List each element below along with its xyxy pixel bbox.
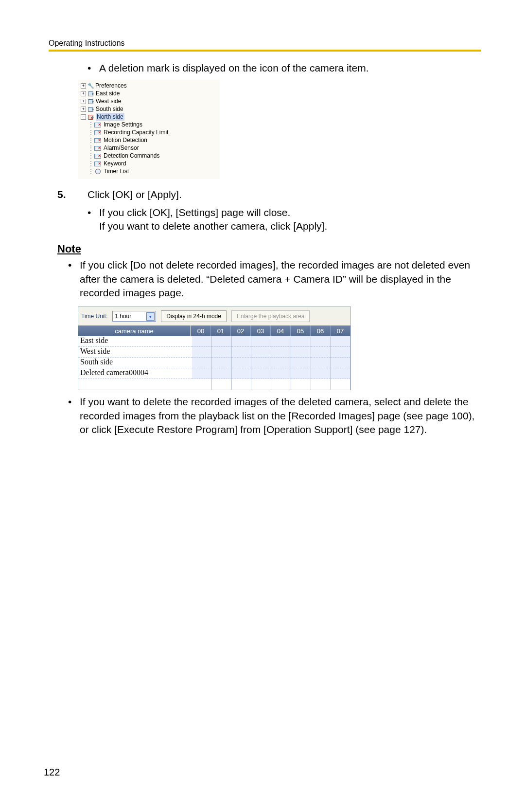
expander-icon: + bbox=[81, 99, 86, 104]
step-number: 5. bbox=[57, 188, 88, 201]
bullet-icon: • bbox=[68, 395, 80, 436]
note-bullet-2: • If you want to delete the recorded ima… bbox=[68, 395, 481, 436]
playback-header: camera name 00 01 02 03 04 05 06 07 bbox=[78, 325, 350, 336]
timer-icon bbox=[94, 168, 102, 174]
tree-child: ⋮ Motion Detection bbox=[81, 136, 217, 144]
tree-child: ⋮ Keyword bbox=[81, 160, 217, 167]
leaf-deleted-icon bbox=[94, 153, 102, 159]
tree-label: Image Settings bbox=[104, 121, 142, 128]
table-row: South side bbox=[78, 358, 350, 368]
bullet-text: If you click [OK], [Settings] page will … bbox=[99, 206, 481, 234]
enlarge-playback-button[interactable]: Enlarge the playback area bbox=[231, 310, 310, 322]
bullet-icon: • bbox=[68, 258, 80, 300]
table-row: East side bbox=[78, 336, 350, 347]
hour-cell: 03 bbox=[251, 325, 271, 336]
note-heading: Note bbox=[57, 243, 481, 255]
tree-node-north: − × North side bbox=[81, 113, 217, 121]
tree-label: Timer List bbox=[104, 167, 129, 175]
display-24h-button[interactable]: Display in 24-h mode bbox=[161, 310, 227, 322]
bullet-icon: • bbox=[88, 206, 99, 234]
table-row: West side bbox=[78, 347, 350, 358]
row-name: East side bbox=[78, 336, 192, 347]
row-name: South side bbox=[78, 358, 192, 368]
page-number: 122 bbox=[44, 767, 60, 778]
time-unit-select[interactable]: 1 hour ▾ bbox=[112, 311, 156, 322]
header-rule bbox=[49, 50, 481, 52]
hour-cell: 07 bbox=[331, 325, 350, 336]
settings-tree-screenshot: + 🔧 Preferences + East side + West side … bbox=[78, 80, 220, 179]
expander-icon: + bbox=[81, 91, 86, 96]
step-5-sub: • If you click [OK], [Settings] page wil… bbox=[88, 206, 481, 234]
leaf-deleted-icon bbox=[94, 145, 102, 151]
tree-label: West side bbox=[96, 97, 121, 105]
tree-node-preferences: + 🔧 Preferences bbox=[81, 82, 217, 90]
leaf-deleted-icon bbox=[94, 137, 102, 143]
tree-child: ⋮ Image Settings bbox=[81, 121, 217, 128]
camera-icon bbox=[88, 106, 94, 112]
hour-cell: 02 bbox=[231, 325, 251, 336]
camera-name-header: camera name bbox=[78, 325, 191, 336]
chevron-down-icon: ▾ bbox=[146, 312, 155, 321]
tree-label: Keyword bbox=[104, 160, 126, 167]
tree-label: Motion Detection bbox=[104, 136, 147, 144]
leaf-deleted-icon bbox=[94, 129, 102, 135]
playback-list-screenshot: Time Unit: 1 hour ▾ Display in 24-h mode… bbox=[78, 307, 351, 390]
hour-cell: 05 bbox=[291, 325, 311, 336]
tree-label: South side bbox=[96, 105, 123, 113]
line: If you click [OK], [Settings] page will … bbox=[99, 207, 290, 218]
expander-icon: + bbox=[81, 107, 86, 112]
step-5: 5. Click [OK] or [Apply]. bbox=[57, 188, 481, 201]
leaf-deleted-icon bbox=[94, 122, 102, 127]
playback-toolbar: Time Unit: 1 hour ▾ Display in 24-h mode… bbox=[78, 307, 350, 325]
tree-label: North side bbox=[96, 113, 124, 121]
tree-label: Recording Capacity Limit bbox=[104, 128, 168, 136]
tree-node-south: + South side bbox=[81, 105, 217, 113]
bullet-text: If you want to delete the recorded image… bbox=[80, 395, 481, 436]
camera-icon bbox=[88, 90, 94, 96]
time-unit-value: 1 hour bbox=[115, 313, 131, 320]
bullet-deletion-mark: • A deletion mark is displayed on the ic… bbox=[88, 61, 481, 75]
playback-rows: East side West side South side Deleted c… bbox=[78, 336, 350, 390]
table-row bbox=[78, 379, 350, 390]
tree-node-west: + West side bbox=[81, 97, 217, 105]
tree-child: ⋮ Detection Commands bbox=[81, 152, 217, 160]
expander-icon: − bbox=[81, 114, 86, 120]
hour-cell: 01 bbox=[211, 325, 231, 336]
bullet-text: A deletion mark is displayed on the icon… bbox=[99, 61, 481, 75]
step-text: Click [OK] or [Apply]. bbox=[88, 188, 481, 201]
tree-label: Preferences bbox=[95, 82, 127, 90]
note-bullet-1: • If you click [Do not delete recorded i… bbox=[68, 258, 481, 300]
expander-icon: + bbox=[81, 83, 86, 89]
tree-child: ⋮ Alarm/Sensor bbox=[81, 144, 217, 152]
line: If you want to delete another camera, cl… bbox=[99, 220, 327, 232]
page: Operating Instructions • A deletion mark… bbox=[0, 0, 525, 812]
camera-icon bbox=[88, 98, 94, 104]
tree-node-east: + East side bbox=[81, 90, 217, 97]
hours-header: 00 01 02 03 04 05 06 07 bbox=[191, 325, 350, 336]
tree-label: Detection Commands bbox=[104, 152, 159, 160]
tree-label: East side bbox=[96, 90, 120, 97]
running-header: Operating Instructions bbox=[49, 39, 481, 50]
wrench-icon: 🔧 bbox=[88, 82, 94, 90]
hour-cell: 04 bbox=[271, 325, 291, 336]
bullet-text: If you click [Do not delete recorded ima… bbox=[80, 258, 481, 300]
tree-child: ⋮ Timer List bbox=[81, 167, 217, 175]
table-row: Deleted camera00004 bbox=[78, 368, 350, 379]
row-name: Deleted camera00004 bbox=[78, 368, 192, 379]
camera-deleted-icon: × bbox=[88, 114, 94, 120]
hour-cell: 00 bbox=[191, 325, 211, 336]
leaf-deleted-icon bbox=[94, 161, 102, 166]
time-unit-label: Time Unit: bbox=[81, 313, 107, 320]
hour-cell: 06 bbox=[311, 325, 331, 336]
bullet-icon: • bbox=[88, 61, 99, 75]
row-name bbox=[78, 379, 192, 390]
tree-child: ⋮ Recording Capacity Limit bbox=[81, 128, 217, 136]
tree-label: Alarm/Sensor bbox=[104, 144, 139, 152]
row-name: West side bbox=[78, 347, 192, 358]
